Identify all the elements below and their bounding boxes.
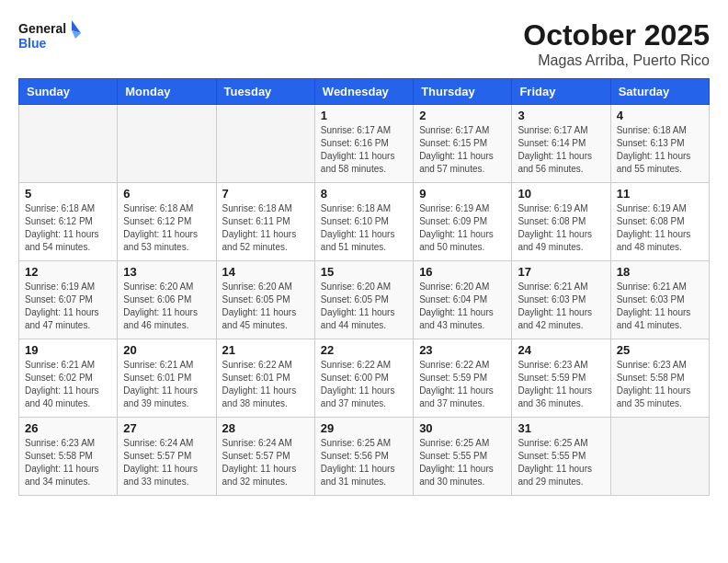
week-row-2: 12 Sunrise: 6:19 AMSunset: 6:07 PMDaylig…	[19, 261, 710, 339]
day-info: Sunrise: 6:23 AMSunset: 5:59 PMDaylight:…	[518, 360, 592, 408]
table-cell: 4 Sunrise: 6:18 AMSunset: 6:13 PMDayligh…	[610, 105, 709, 183]
table-cell: 10 Sunrise: 6:19 AMSunset: 6:08 PMDaylig…	[512, 183, 610, 261]
table-cell: 1 Sunrise: 6:17 AMSunset: 6:16 PMDayligh…	[314, 105, 413, 183]
week-row-4: 26 Sunrise: 6:23 AMSunset: 5:58 PMDaylig…	[19, 418, 710, 496]
day-number: 5	[25, 187, 111, 201]
table-cell: 26 Sunrise: 6:23 AMSunset: 5:58 PMDaylig…	[19, 418, 118, 496]
day-info: Sunrise: 6:24 AMSunset: 5:57 PMDaylight:…	[123, 438, 198, 487]
table-cell: 27 Sunrise: 6:24 AMSunset: 5:57 PMDaylig…	[118, 418, 216, 496]
day-info: Sunrise: 6:17 AMSunset: 6:14 PMDaylight:…	[518, 125, 592, 174]
header: General Blue October 2025 Magas Arriba, …	[18, 18, 710, 69]
month-title: October 2025	[523, 18, 710, 52]
logo-svg: General Blue	[18, 18, 83, 57]
table-cell: 20 Sunrise: 6:21 AMSunset: 6:01 PMDaylig…	[118, 339, 216, 418]
calendar-header-row: Sunday Monday Tuesday Wednesday Thursday…	[19, 79, 710, 105]
table-cell: 8 Sunrise: 6:18 AMSunset: 6:10 PMDayligh…	[314, 183, 413, 261]
day-number: 31	[518, 421, 604, 435]
table-cell: 12 Sunrise: 6:19 AMSunset: 6:07 PMDaylig…	[19, 261, 118, 339]
day-number: 27	[123, 421, 210, 435]
table-cell: 15 Sunrise: 6:20 AMSunset: 6:05 PMDaylig…	[314, 261, 413, 339]
day-info: Sunrise: 6:21 AMSunset: 6:02 PMDaylight:…	[25, 360, 99, 408]
table-cell	[216, 105, 314, 183]
header-tuesday: Tuesday	[216, 79, 314, 105]
day-info: Sunrise: 6:24 AMSunset: 5:57 PMDaylight:…	[222, 438, 297, 487]
table-cell: 31 Sunrise: 6:25 AMSunset: 5:55 PMDaylig…	[512, 418, 610, 496]
day-info: Sunrise: 6:22 AMSunset: 6:00 PMDaylight:…	[321, 360, 395, 408]
table-cell: 29 Sunrise: 6:25 AMSunset: 5:56 PMDaylig…	[314, 418, 413, 496]
table-cell: 5 Sunrise: 6:18 AMSunset: 6:12 PMDayligh…	[19, 183, 118, 261]
header-monday: Monday	[118, 79, 216, 105]
day-info: Sunrise: 6:17 AMSunset: 6:16 PMDaylight:…	[321, 125, 395, 174]
day-info: Sunrise: 6:25 AMSunset: 5:55 PMDaylight:…	[518, 438, 592, 487]
day-info: Sunrise: 6:22 AMSunset: 5:59 PMDaylight:…	[419, 360, 494, 408]
svg-text:Blue: Blue	[18, 36, 47, 51]
week-row-1: 5 Sunrise: 6:18 AMSunset: 6:12 PMDayligh…	[19, 183, 710, 261]
table-cell: 25 Sunrise: 6:23 AMSunset: 5:58 PMDaylig…	[610, 339, 709, 418]
day-number: 2	[419, 109, 506, 122]
day-number: 8	[321, 187, 407, 201]
day-info: Sunrise: 6:20 AMSunset: 6:05 PMDaylight:…	[321, 282, 395, 330]
header-thursday: Thursday	[414, 79, 512, 105]
table-cell: 9 Sunrise: 6:19 AMSunset: 6:09 PMDayligh…	[414, 183, 512, 261]
svg-text:General: General	[18, 21, 66, 36]
day-info: Sunrise: 6:22 AMSunset: 6:01 PMDaylight:…	[222, 360, 297, 408]
table-cell: 22 Sunrise: 6:22 AMSunset: 6:00 PMDaylig…	[314, 339, 413, 418]
header-sunday: Sunday	[19, 79, 118, 105]
day-info: Sunrise: 6:19 AMSunset: 6:07 PMDaylight:…	[25, 282, 99, 330]
day-number: 23	[419, 343, 506, 357]
day-number: 19	[25, 343, 111, 357]
table-cell: 18 Sunrise: 6:21 AMSunset: 6:03 PMDaylig…	[610, 261, 709, 339]
day-info: Sunrise: 6:20 AMSunset: 6:04 PMDaylight:…	[419, 282, 494, 330]
day-info: Sunrise: 6:21 AMSunset: 6:01 PMDaylight:…	[123, 360, 198, 408]
day-info: Sunrise: 6:18 AMSunset: 6:10 PMDaylight:…	[321, 203, 395, 252]
table-cell: 7 Sunrise: 6:18 AMSunset: 6:11 PMDayligh…	[216, 183, 314, 261]
table-cell: 2 Sunrise: 6:17 AMSunset: 6:15 PMDayligh…	[414, 105, 512, 183]
table-cell	[19, 105, 118, 183]
day-number: 28	[222, 421, 309, 435]
day-number: 29	[321, 421, 407, 435]
day-info: Sunrise: 6:25 AMSunset: 5:56 PMDaylight:…	[321, 438, 395, 487]
day-number: 24	[518, 343, 604, 357]
day-info: Sunrise: 6:23 AMSunset: 5:58 PMDaylight:…	[25, 438, 99, 487]
day-info: Sunrise: 6:25 AMSunset: 5:55 PMDaylight:…	[419, 438, 494, 487]
day-number: 20	[123, 343, 210, 357]
table-cell: 14 Sunrise: 6:20 AMSunset: 6:05 PMDaylig…	[216, 261, 314, 339]
day-info: Sunrise: 6:20 AMSunset: 6:05 PMDaylight:…	[222, 282, 297, 330]
table-cell: 16 Sunrise: 6:20 AMSunset: 6:04 PMDaylig…	[414, 261, 512, 339]
day-info: Sunrise: 6:18 AMSunset: 6:12 PMDaylight:…	[25, 203, 99, 252]
day-number: 7	[222, 187, 309, 201]
day-number: 21	[222, 343, 309, 357]
calendar: Sunday Monday Tuesday Wednesday Thursday…	[18, 78, 710, 496]
day-number: 18	[617, 265, 703, 279]
table-cell	[118, 105, 216, 183]
day-number: 1	[321, 109, 407, 122]
table-cell: 6 Sunrise: 6:18 AMSunset: 6:12 PMDayligh…	[118, 183, 216, 261]
day-info: Sunrise: 6:18 AMSunset: 6:12 PMDaylight:…	[123, 203, 198, 252]
table-cell: 23 Sunrise: 6:22 AMSunset: 5:59 PMDaylig…	[414, 339, 512, 418]
table-cell: 30 Sunrise: 6:25 AMSunset: 5:55 PMDaylig…	[414, 418, 512, 496]
day-number: 30	[419, 421, 506, 435]
day-number: 10	[518, 187, 604, 201]
day-info: Sunrise: 6:20 AMSunset: 6:06 PMDaylight:…	[123, 282, 198, 330]
header-wednesday: Wednesday	[314, 79, 413, 105]
day-info: Sunrise: 6:18 AMSunset: 6:11 PMDaylight:…	[222, 203, 297, 252]
header-saturday: Saturday	[610, 79, 709, 105]
table-cell: 13 Sunrise: 6:20 AMSunset: 6:06 PMDaylig…	[118, 261, 216, 339]
day-number: 4	[617, 109, 703, 122]
day-info: Sunrise: 6:19 AMSunset: 6:09 PMDaylight:…	[419, 203, 494, 252]
table-cell	[610, 418, 709, 496]
day-number: 13	[123, 265, 210, 279]
table-cell: 19 Sunrise: 6:21 AMSunset: 6:02 PMDaylig…	[19, 339, 118, 418]
day-number: 26	[25, 421, 111, 435]
day-number: 14	[222, 265, 309, 279]
header-friday: Friday	[512, 79, 610, 105]
day-number: 11	[617, 187, 703, 201]
location-title: Magas Arriba, Puerto Rico	[523, 52, 710, 69]
day-number: 17	[518, 265, 604, 279]
day-number: 3	[518, 109, 604, 122]
table-cell: 21 Sunrise: 6:22 AMSunset: 6:01 PMDaylig…	[216, 339, 314, 418]
day-info: Sunrise: 6:19 AMSunset: 6:08 PMDaylight:…	[518, 203, 592, 252]
day-number: 16	[419, 265, 506, 279]
table-cell: 24 Sunrise: 6:23 AMSunset: 5:59 PMDaylig…	[512, 339, 610, 418]
day-info: Sunrise: 6:23 AMSunset: 5:58 PMDaylight:…	[617, 360, 691, 408]
